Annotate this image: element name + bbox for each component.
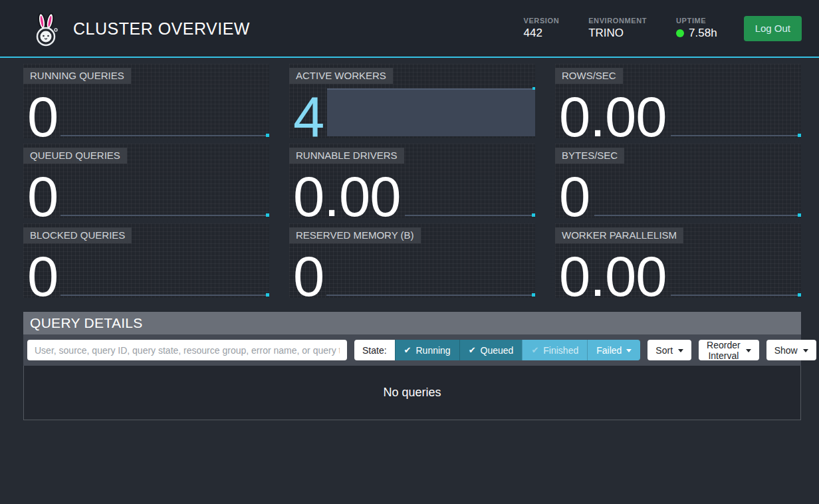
metric-label: WORKER PARALLELISM: [555, 227, 683, 243]
metric-label: RESERVED MEMORY (B): [289, 227, 421, 243]
sparkline-chart: [326, 295, 535, 296]
query-toolbar: State: ✔Running✔Queued✔FinishedFailed So…: [23, 334, 801, 366]
stat-label: ENVIRONMENT: [588, 17, 647, 25]
query-details-panel: QUERY DETAILS State: ✔Running✔Queued✔Fin…: [23, 312, 801, 420]
state-filter-button-label: Queued: [481, 345, 514, 356]
toolbar-reorder-interval-button[interactable]: Reorder Interval: [699, 340, 759, 360]
metric-tile-active-workers: ACTIVE WORKERS4: [289, 64, 535, 138]
state-filter-button-label: Running: [416, 345, 451, 356]
stat-value-text: 442: [523, 27, 542, 40]
state-filter-failed-button[interactable]: Failed: [587, 340, 640, 360]
metric-tile-reserved-memory-b: RESERVED MEMORY (B)0: [289, 223, 535, 298]
metric-label: BLOCKED QUERIES: [23, 227, 132, 243]
state-filter-running-button[interactable]: ✔Running: [395, 340, 459, 360]
chevron-down-icon: [626, 349, 632, 352]
sparkline-point-icon: [266, 213, 269, 217]
state-filter-button-label: Failed: [596, 345, 622, 356]
sparkline-chart: [60, 295, 269, 296]
header-stat-uptime: UPTIME7.58h: [676, 17, 717, 40]
metric-value: 0.00: [293, 171, 400, 223]
metric-tile-running-queries: RUNNING QUERIES0: [23, 64, 269, 138]
metric-tile-queued-queries: QUEUED QUERIES0: [23, 144, 269, 218]
no-queries-message: No queries: [383, 386, 441, 400]
metric-value: 0.00: [559, 251, 666, 303]
metric-tile-blocked-queries: BLOCKED QUERIES0: [23, 223, 269, 298]
metric-value: 0: [27, 251, 58, 303]
check-icon: ✔: [469, 345, 476, 355]
metric-tile-worker-parallelism: WORKER PARALLELISM0.00: [555, 223, 801, 298]
metric-value: 0: [559, 171, 590, 223]
query-list-empty: No queries: [23, 366, 801, 420]
state-filter-queued-button[interactable]: ✔Queued: [459, 340, 523, 360]
metric-tile-bytes-sec: BYTES/SEC0: [555, 144, 801, 218]
cluster-stats: VERSION442ENVIRONMENTTRINOUPTIME7.58h: [523, 17, 717, 40]
uptime-status-icon: [676, 29, 684, 37]
metric-label: ACTIVE WORKERS: [289, 68, 393, 84]
metric-tile-rows-sec: ROWS/SEC0.00: [555, 64, 801, 138]
toolbar-sort-button[interactable]: Sort: [647, 340, 691, 360]
toolbar-dropdowns: SortReorder IntervalShow: [647, 340, 816, 360]
state-filter-group: State: ✔Running✔Queued✔FinishedFailed: [354, 340, 640, 360]
sparkline-area-chart: [327, 88, 535, 136]
sparkline-point-icon: [532, 213, 535, 217]
toolbar-button-label: Sort: [655, 345, 673, 356]
stat-value-text: 7.58h: [689, 27, 717, 40]
chevron-down-icon: [678, 349, 683, 352]
metric-value: 0.00: [559, 91, 666, 143]
sparkline-point-icon: [532, 87, 535, 90]
toolbar-button-label: Reorder Interval: [707, 340, 741, 361]
stat-value: TRINO: [588, 27, 647, 40]
metric-label: RUNNING QUERIES: [23, 68, 131, 84]
metric-label: QUEUED QUERIES: [23, 148, 127, 164]
metric-label: RUNNABLE DRIVERS: [289, 148, 404, 164]
sparkline-chart: [594, 215, 800, 216]
stat-value: 7.58h: [676, 27, 717, 40]
sparkline-chart: [405, 215, 534, 216]
metrics-grid: RUNNING QUERIES0ACTIVE WORKERS4ROWS/SEC0…: [23, 64, 801, 298]
stat-label: UPTIME: [676, 17, 717, 25]
metric-value: 0: [293, 251, 324, 303]
sparkline-point-icon: [798, 134, 801, 137]
metric-value: 4: [293, 91, 324, 143]
chevron-down-icon: [803, 349, 808, 352]
metric-label: BYTES/SEC: [555, 148, 624, 164]
check-icon: ✔: [404, 345, 411, 355]
sparkline-chart: [671, 135, 800, 136]
trino-bunny-logo-icon[interactable]: [32, 13, 61, 47]
state-filter-label: State:: [354, 340, 395, 360]
stat-value-text: TRINO: [588, 27, 624, 40]
header-stat-version: VERSION442: [523, 17, 559, 40]
check-icon: ✔: [531, 345, 538, 355]
header-stat-environment: ENVIRONMENTTRINO: [588, 17, 647, 40]
toolbar-button-label: Show: [774, 345, 798, 356]
main-content: RUNNING QUERIES0ACTIVE WORKERS4ROWS/SEC0…: [0, 58, 819, 420]
logout-button[interactable]: Log Out: [744, 16, 802, 41]
app-header: CLUSTER OVERVIEW VERSION442ENVIRONMENTTR…: [0, 0, 819, 58]
metric-tile-runnable-drivers: RUNNABLE DRIVERS0.00: [289, 144, 535, 218]
state-filter-button-label: Finished: [543, 345, 578, 356]
stat-label: VERSION: [523, 17, 559, 25]
sparkline-point-icon: [266, 134, 269, 137]
metric-value: 0: [27, 171, 58, 223]
query-search-input[interactable]: [27, 340, 347, 360]
metric-value: 0: [27, 91, 58, 143]
header-right: VERSION442ENVIRONMENTTRINOUPTIME7.58h Lo…: [523, 16, 802, 41]
state-filter-finished-button[interactable]: ✔Finished: [522, 340, 587, 360]
sparkline-point-icon: [532, 293, 535, 297]
sparkline-chart: [671, 295, 800, 296]
sparkline-chart: [60, 215, 269, 216]
sparkline-point-icon: [798, 213, 801, 217]
query-details-header: QUERY DETAILS: [23, 312, 801, 334]
sparkline-point-icon: [798, 293, 801, 297]
toolbar-show-button[interactable]: Show: [766, 340, 816, 360]
chevron-down-icon: [746, 349, 751, 352]
sparkline-chart: [60, 135, 269, 136]
metric-label: ROWS/SEC: [555, 68, 623, 84]
stat-value: 442: [523, 27, 559, 40]
page-title: CLUSTER OVERVIEW: [73, 19, 250, 39]
sparkline-point-icon: [266, 293, 269, 297]
